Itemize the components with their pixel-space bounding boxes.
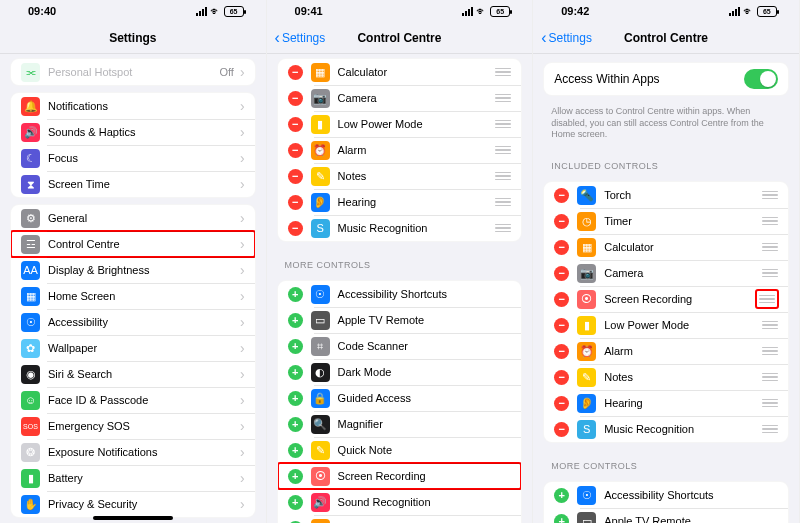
row-calculator[interactable]: − ▦ Calculator: [544, 234, 788, 260]
remove-button[interactable]: −: [554, 292, 569, 307]
row-siri-search[interactable]: ◉ Siri & Search ›: [11, 361, 255, 387]
row-privacy-security[interactable]: ✋ Privacy & Security ›: [11, 491, 255, 517]
row-sound-recognition[interactable]: + 🔊 Sound Recognition: [278, 489, 522, 515]
row-hearing[interactable]: − 👂 Hearing: [278, 189, 522, 215]
drag-handle-icon[interactable]: [756, 290, 778, 308]
drag-handle-icon[interactable]: [495, 222, 511, 234]
row-music-recognition[interactable]: − S Music Recognition: [544, 416, 788, 442]
row-notes[interactable]: − ✎ Notes: [278, 163, 522, 189]
row-dark-mode[interactable]: + ◐ Dark Mode: [278, 359, 522, 385]
remove-button[interactable]: −: [554, 240, 569, 255]
add-button[interactable]: +: [554, 488, 569, 503]
drag-handle-icon[interactable]: [495, 170, 511, 182]
remove-button[interactable]: −: [554, 214, 569, 229]
row-wallpaper[interactable]: ✿ Wallpaper ›: [11, 335, 255, 361]
row-low-power-mode[interactable]: − ▮ Low Power Mode: [544, 312, 788, 338]
page-title: Settings: [109, 31, 156, 45]
remove-button[interactable]: −: [288, 221, 303, 236]
add-button[interactable]: +: [288, 469, 303, 484]
remove-button[interactable]: −: [554, 344, 569, 359]
drag-handle-icon[interactable]: [762, 241, 778, 253]
row-value: Off: [219, 66, 233, 78]
remove-button[interactable]: −: [554, 266, 569, 281]
row-focus[interactable]: ☾ Focus ›: [11, 145, 255, 171]
add-button[interactable]: +: [288, 443, 303, 458]
drag-handle-icon[interactable]: [762, 189, 778, 201]
row-accessibility[interactable]: ☉ Accessibility ›: [11, 309, 255, 335]
drag-handle-icon[interactable]: [762, 319, 778, 331]
drag-handle-icon[interactable]: [762, 345, 778, 357]
remove-button[interactable]: −: [554, 318, 569, 333]
remove-button[interactable]: −: [554, 188, 569, 203]
drag-handle-icon[interactable]: [762, 215, 778, 227]
drag-handle-icon[interactable]: [762, 371, 778, 383]
add-button[interactable]: +: [288, 313, 303, 328]
drag-handle-icon[interactable]: [762, 267, 778, 279]
signal-icon: [729, 7, 740, 16]
row-general[interactable]: ⚙︎ General ›: [11, 205, 255, 231]
row-camera[interactable]: − 📷 Camera: [278, 85, 522, 111]
add-button[interactable]: +: [288, 417, 303, 432]
row-screen-time[interactable]: ⧗ Screen Time ›: [11, 171, 255, 197]
row-notes[interactable]: − ✎ Notes: [544, 364, 788, 390]
row-timer[interactable]: − ◷ Timer: [544, 208, 788, 234]
add-button[interactable]: +: [288, 287, 303, 302]
row-magnifier[interactable]: + 🔍 Magnifier: [278, 411, 522, 437]
back-button[interactable]: ‹ Settings: [541, 30, 592, 46]
drag-handle-icon[interactable]: [495, 196, 511, 208]
row-calculator[interactable]: − ▦ Calculator: [278, 59, 522, 85]
remove-button[interactable]: −: [288, 117, 303, 132]
drag-handle-icon[interactable]: [495, 92, 511, 104]
row-alarm[interactable]: − ⏰ Alarm: [544, 338, 788, 364]
add-button[interactable]: +: [554, 514, 569, 523]
row-torch[interactable]: − 🔦 Torch: [544, 182, 788, 208]
row-stopwatch[interactable]: + ◷ Stopwatch: [278, 515, 522, 523]
add-button[interactable]: +: [288, 495, 303, 510]
row-screen-recording[interactable]: + ⦿ Screen Recording: [278, 463, 522, 489]
row-sounds-haptics[interactable]: 🔊 Sounds & Haptics ›: [11, 119, 255, 145]
row-guided-access[interactable]: + 🔒 Guided Access: [278, 385, 522, 411]
row-notifications[interactable]: 🔔 Notifications ›: [11, 93, 255, 119]
back-button[interactable]: ‹ Settings: [275, 30, 326, 46]
row-face-id-passcode[interactable]: ☺︎ Face ID & Passcode ›: [11, 387, 255, 413]
remove-button[interactable]: −: [288, 169, 303, 184]
row-accessibility-shortcuts[interactable]: + ☉ Accessibility Shortcuts: [278, 281, 522, 307]
row-quick-note[interactable]: + ✎ Quick Note: [278, 437, 522, 463]
drag-handle-icon[interactable]: [495, 66, 511, 78]
row-control-centre[interactable]: ☲ Control Centre ›: [11, 231, 255, 257]
row-alarm[interactable]: − ⏰ Alarm: [278, 137, 522, 163]
row-hearing[interactable]: − 👂 Hearing: [544, 390, 788, 416]
drag-handle-icon[interactable]: [495, 144, 511, 156]
row-access-within-apps[interactable]: Access Within Apps: [544, 63, 788, 95]
row-display-brightness[interactable]: AA Display & Brightness ›: [11, 257, 255, 283]
row-low-power-mode[interactable]: − ▮ Low Power Mode: [278, 111, 522, 137]
row-camera[interactable]: − 📷 Camera: [544, 260, 788, 286]
row-apple-tv-remote[interactable]: + ▭ Apple TV Remote: [278, 307, 522, 333]
row-home-screen[interactable]: ▦ Home Screen ›: [11, 283, 255, 309]
remove-button[interactable]: −: [554, 396, 569, 411]
toggle-access-within-apps[interactable]: [744, 69, 778, 89]
gear-icon: ⚙︎: [21, 209, 40, 228]
remove-button[interactable]: −: [288, 195, 303, 210]
row-exposure-notifications[interactable]: ❂ Exposure Notifications ›: [11, 439, 255, 465]
add-button[interactable]: +: [288, 365, 303, 380]
row-apple-tv-remote[interactable]: + ▭ Apple TV Remote: [544, 508, 788, 523]
home-indicator[interactable]: [93, 516, 173, 520]
remove-button[interactable]: −: [288, 143, 303, 158]
remove-button[interactable]: −: [554, 422, 569, 437]
row-emergency-sos[interactable]: SOS Emergency SOS ›: [11, 413, 255, 439]
row-battery[interactable]: ▮ Battery ›: [11, 465, 255, 491]
remove-button[interactable]: −: [288, 91, 303, 106]
row-screen-recording[interactable]: − ⦿ Screen Recording: [544, 286, 788, 312]
row-music-recognition[interactable]: − S Music Recognition: [278, 215, 522, 241]
row-personal-hotspot[interactable]: ⫘ Personal Hotspot Off ›: [11, 59, 255, 85]
drag-handle-icon[interactable]: [495, 118, 511, 130]
remove-button[interactable]: −: [288, 65, 303, 80]
drag-handle-icon[interactable]: [762, 423, 778, 435]
row-accessibility-shortcuts[interactable]: + ☉ Accessibility Shortcuts: [544, 482, 788, 508]
add-button[interactable]: +: [288, 391, 303, 406]
row-code-scanner[interactable]: + ⌗ Code Scanner: [278, 333, 522, 359]
add-button[interactable]: +: [288, 339, 303, 354]
drag-handle-icon[interactable]: [762, 397, 778, 409]
remove-button[interactable]: −: [554, 370, 569, 385]
